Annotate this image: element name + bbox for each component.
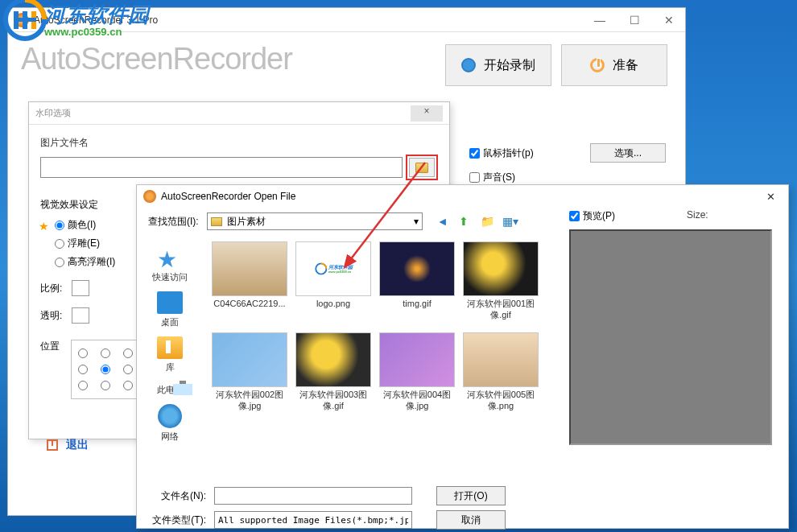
- start-record-label: 开始录制: [484, 57, 535, 74]
- image-filename-input[interactable]: [40, 157, 403, 178]
- browse-highlight-box: [406, 155, 438, 180]
- folder-small-icon: [211, 217, 222, 226]
- file-item-0[interactable]: C04C66AC2219...: [209, 241, 290, 321]
- file-item-5[interactable]: 河东软件园003图像.gif: [293, 332, 374, 412]
- preview-box: [569, 229, 772, 445]
- main-title: AutoScreenRecorder 3.1 Pro: [34, 14, 158, 26]
- look-in-dropdown[interactable]: 图片素材 ▾: [207, 212, 423, 230]
- pos-mc[interactable]: [101, 365, 110, 374]
- new-folder-icon[interactable]: 📁: [481, 215, 494, 229]
- sidebar-network[interactable]: 网络: [155, 401, 185, 446]
- preview-checkbox[interactable]: 预览(P): [569, 209, 777, 223]
- pos-tr[interactable]: [123, 348, 133, 358]
- sidebar-quick-access[interactable]: ★ 快速访问: [149, 243, 191, 287]
- maximize-button[interactable]: ☐: [625, 12, 645, 28]
- pos-bl[interactable]: [78, 381, 88, 390]
- transparent-input[interactable]: [72, 307, 89, 324]
- exit-icon: [47, 439, 58, 451]
- open-file-title: AutoScreenRecorder Open File: [161, 191, 295, 202]
- filetype-dropdown[interactable]: [214, 511, 412, 529]
- view-icon[interactable]: ▦▾: [502, 215, 516, 229]
- open-file-dialog: AutoScreenRecorder Open File ✕ 查找范围(I): …: [136, 184, 789, 529]
- image-filename-label: 图片文件名: [40, 136, 438, 150]
- folder-icon: [415, 163, 428, 173]
- library-icon: [157, 336, 183, 359]
- sidebar-this-pc[interactable]: 此电脑: [154, 378, 187, 399]
- file-thumbnail: [463, 332, 539, 387]
- exit-button[interactable]: 退出: [66, 438, 89, 452]
- network-icon: [158, 404, 182, 428]
- pos-tc[interactable]: [101, 348, 110, 358]
- watermark-dialog-titlebar[interactable]: 水印选项 ×: [29, 102, 449, 125]
- look-in-label: 查找范围(I):: [148, 215, 199, 229]
- desktop-icon: [157, 291, 183, 314]
- file-item-6[interactable]: 河东软件园004图像.jpg: [377, 332, 457, 412]
- mouse-pointer-check-input[interactable]: [469, 148, 480, 159]
- sidebar-library[interactable]: 库: [154, 333, 186, 377]
- file-thumbnail: [212, 332, 287, 387]
- file-thumbnail: [212, 241, 287, 296]
- sidebar-desktop[interactable]: 桌面: [154, 288, 186, 332]
- size-label: Size:: [687, 209, 708, 221]
- start-record-button[interactable]: 开始录制: [445, 44, 551, 86]
- file-thumbnail: [379, 332, 455, 387]
- filename-label: 文件名(N):: [148, 489, 206, 503]
- file-thumbnail: [379, 241, 455, 296]
- places-sidebar: ★ 快速访问 桌面 库 此电脑 网络: [137, 235, 203, 485]
- filename-input[interactable]: [214, 487, 412, 505]
- sound-check-input[interactable]: [469, 172, 480, 183]
- browse-button[interactable]: [409, 158, 435, 177]
- file-item-1[interactable]: 河东软件园 www.pc0359.cn logo.png: [293, 241, 374, 321]
- open-file-app-icon: [143, 190, 156, 203]
- watermark-dialog-close[interactable]: ×: [411, 105, 443, 122]
- file-item-3[interactable]: 河东软件园001图像.gif: [460, 241, 541, 321]
- close-button[interactable]: ✕: [659, 12, 679, 28]
- sound-checkbox[interactable]: 声音(S): [469, 171, 515, 184]
- main-titlebar[interactable]: AutoScreenRecorder 3.1 Pro — ☐ ✕: [8, 8, 685, 32]
- pos-mr[interactable]: [123, 365, 133, 374]
- pos-ml[interactable]: [78, 365, 88, 374]
- scale-input[interactable]: [72, 280, 89, 296]
- pos-br[interactable]: [123, 381, 133, 390]
- prepare-button[interactable]: 准备: [561, 44, 667, 86]
- star-icon: ★: [39, 220, 49, 233]
- app-icon: [14, 13, 29, 27]
- up-icon[interactable]: ⬆: [459, 215, 473, 229]
- power-icon: [590, 58, 605, 72]
- record-icon: [461, 58, 476, 72]
- scale-label: 比例:: [40, 282, 62, 295]
- back-icon[interactable]: ◄: [437, 215, 451, 229]
- position-label: 位置: [40, 340, 60, 399]
- mouse-pointer-checkbox[interactable]: 鼠标指针(p): [469, 146, 534, 160]
- file-thumbnail: [463, 241, 539, 296]
- minimize-button[interactable]: —: [589, 12, 610, 28]
- file-item-2[interactable]: timg.gif: [377, 241, 457, 321]
- open-file-close-button[interactable]: ✕: [760, 189, 782, 204]
- cancel-button[interactable]: 取消: [436, 510, 506, 530]
- file-item-7[interactable]: 河东软件园005图像.png: [460, 332, 541, 412]
- prepare-label: 准备: [613, 57, 638, 74]
- star-blue-icon: ★: [157, 246, 183, 269]
- open-file-titlebar[interactable]: AutoScreenRecorder Open File ✕: [137, 185, 788, 208]
- pos-bc[interactable]: [101, 381, 110, 390]
- mouse-options-button[interactable]: 选项...: [590, 143, 666, 163]
- pos-tl[interactable]: [78, 348, 88, 358]
- file-item-4[interactable]: 河东软件园002图像.jpg: [209, 332, 290, 412]
- transparent-label: 透明:: [40, 309, 62, 323]
- file-thumbnail: 河东软件园 www.pc0359.cn: [295, 241, 371, 296]
- filetype-label: 文件类型(T):: [148, 513, 206, 527]
- open-button[interactable]: 打开(O): [436, 486, 506, 505]
- file-thumbnail: [295, 332, 371, 387]
